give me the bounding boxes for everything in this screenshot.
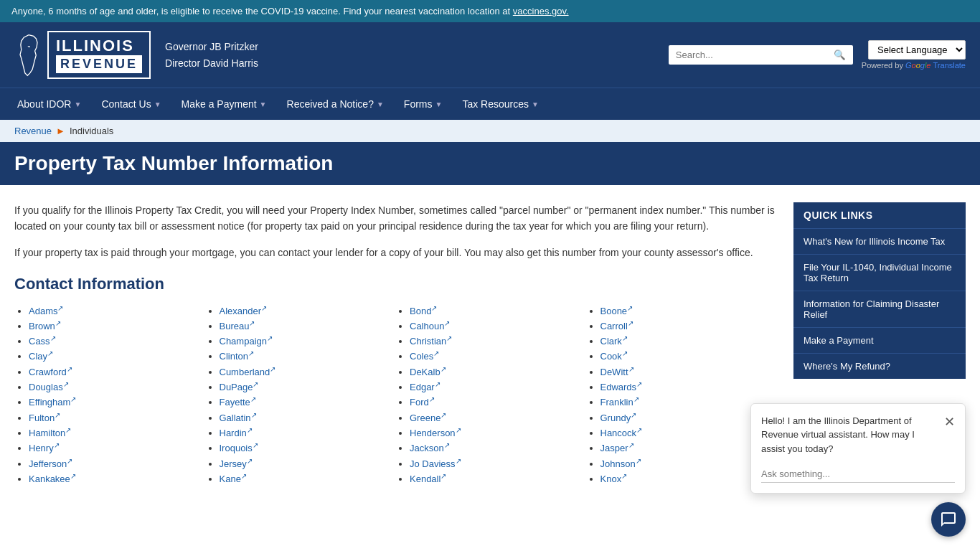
quick-link[interactable]: Where's My Refund? [793,354,966,379]
vaccines-gov-link[interactable]: vaccines.gov. [513,6,569,17]
county-link[interactable]: Kankakee↗ [29,474,76,484]
quick-link[interactable]: Information for Claiming Disaster Relief [793,291,966,327]
powered-by-text: Powered by [862,61,903,70]
county-link[interactable]: Greene↗ [410,413,446,423]
county-link[interactable]: DeWitt↗ [600,367,634,377]
quick-link[interactable]: What's New for Illinois Income Tax [793,229,966,254]
nav-item-forms[interactable]: Forms ▼ [394,88,453,120]
county-link[interactable]: Adams↗ [29,306,63,316]
county-link[interactable]: Carroll↗ [600,321,633,331]
county-link[interactable]: Jackson↗ [410,443,450,453]
county-link[interactable]: Jasper↗ [600,443,634,453]
county-link[interactable]: Hancock↗ [600,428,643,438]
external-link-icon: ↗ [57,303,63,311]
logo-container[interactable]: ILLINOIS REVENUE [14,31,151,79]
county-link[interactable]: DuPage↗ [220,382,259,392]
county-link[interactable]: Bureau↗ [220,321,255,331]
county-link[interactable]: Effingham↗ [29,397,76,408]
chat-input[interactable] [761,466,955,483]
search-input[interactable] [669,45,826,65]
county-link[interactable]: Iroquois↗ [220,443,258,453]
county-link[interactable]: Calhoun↗ [410,321,450,331]
county-link[interactable]: Clark↗ [600,336,628,347]
external-link-icon: ↗ [433,349,439,357]
county-link[interactable]: Champaign↗ [220,336,273,347]
external-link-icon: ↗ [440,364,446,372]
county-link[interactable]: Cass↗ [29,336,56,347]
external-link-icon: ↗ [247,426,253,434]
county-link[interactable]: Cook↗ [600,351,628,362]
county-grid: Adams↗Brown↗Cass↗Clay↗Crawford↗Douglas↗E… [14,303,776,487]
county-col-2: Alexander↗Bureau↗Champaign↗Clinton↗Cumbe… [205,303,396,487]
list-item: Make a Payment [793,327,966,353]
county-link[interactable]: Fulton↗ [29,413,60,423]
list-item: Champaign↗ [220,334,396,347]
nav-item-tax-resources[interactable]: Tax Resources ▼ [452,88,549,120]
county-link[interactable]: Henry↗ [29,443,60,453]
search-button[interactable]: 🔍 [826,45,853,65]
list-item: Boone↗ [600,303,777,316]
nav-item-about-idor[interactable]: About IDOR ▼ [7,88,91,120]
county-link[interactable]: Cumberland↗ [220,367,276,377]
county-link[interactable]: Johnson↗ [600,458,641,469]
governor-name: Governor JB Pritzker [165,39,258,55]
breadcrumb-home-link[interactable]: Revenue [14,126,52,136]
county-link[interactable]: Jo Daviess↗ [410,458,461,469]
external-link-icon: ↗ [248,349,254,357]
county-link[interactable]: Fayette↗ [220,397,256,408]
county-link[interactable]: Franklin↗ [600,397,639,408]
search-box[interactable]: 🔍 [669,45,853,65]
county-link[interactable]: Douglas↗ [29,382,69,392]
illinois-label: ILLINOIS [56,37,142,55]
quick-link[interactable]: Make a Payment [793,328,966,353]
nav-label-received-notice: Received a Notice? [287,98,374,110]
county-link[interactable]: Jersey↗ [220,458,253,469]
list-item: Clay↗ [29,349,205,362]
county-link[interactable]: Alexander↗ [220,306,268,316]
external-link-icon: ↗ [435,380,440,388]
nav-item-contact-us[interactable]: Contact Us ▼ [91,88,171,120]
county-link[interactable]: Grundy↗ [600,413,637,423]
list-item: Bureau↗ [220,319,396,331]
county-link[interactable]: Clinton↗ [220,351,254,362]
county-link[interactable]: DeKalb↗ [410,367,446,377]
covid-banner-text: Anyone, 6 months of age and older, is el… [11,6,513,17]
county-link[interactable]: Jefferson↗ [29,458,72,469]
county-link[interactable]: Knox↗ [600,474,628,484]
nav-item-received-notice[interactable]: Received a Notice? ▼ [277,88,394,120]
county-link[interactable]: Crawford↗ [29,367,72,377]
county-link[interactable]: Edgar↗ [410,382,440,392]
county-link[interactable]: Bond↗ [410,306,437,316]
county-link[interactable]: Christian↗ [410,336,452,347]
nav-link-forms[interactable]: Forms ▼ [394,88,453,120]
list-item: Kane↗ [220,472,396,484]
county-link[interactable]: Ford↗ [410,397,435,408]
external-link-icon: ↗ [456,426,461,434]
county-link[interactable]: Henderson↗ [410,428,461,438]
county-link[interactable]: Brown↗ [29,321,61,331]
breadcrumb: Revenue ► Individuals [0,120,980,142]
county-link[interactable]: Hamilton↗ [29,428,71,438]
chat-close-button[interactable]: ✕ [938,414,955,430]
nav-link-tax-resources[interactable]: Tax Resources ▼ [452,88,549,120]
revenue-label: REVENUE [56,55,142,73]
external-link-icon: ↗ [55,319,61,327]
county-link[interactable]: Hardin↗ [220,428,253,438]
county-link[interactable]: Kendall↗ [410,474,446,484]
language-select[interactable]: Select Language [868,40,966,60]
list-item: DeKalb↗ [410,364,586,377]
county-link[interactable]: Kane↗ [220,474,247,484]
nav-link-make-payment[interactable]: Make a Payment ▼ [171,88,277,120]
nav-link-contact-us[interactable]: Contact Us ▼ [91,88,171,120]
county-col-3: Bond↗Calhoun↗Christian↗Coles↗DeKalb↗Edga… [395,303,586,487]
nav-link-about-idor[interactable]: About IDOR ▼ [7,88,91,120]
nav-item-make-payment[interactable]: Make a Payment ▼ [171,88,277,120]
nav-label-tax-resources: Tax Resources [462,98,529,110]
nav-link-received-notice[interactable]: Received a Notice? ▼ [277,88,394,120]
county-link[interactable]: Boone↗ [600,306,633,316]
county-link[interactable]: Gallatin↗ [220,413,257,423]
quick-link[interactable]: File Your IL-1040, Individual Income Tax… [793,255,966,291]
county-link[interactable]: Edwards↗ [600,382,643,392]
county-link[interactable]: Coles↗ [410,351,439,362]
county-link[interactable]: Clay↗ [29,351,53,362]
